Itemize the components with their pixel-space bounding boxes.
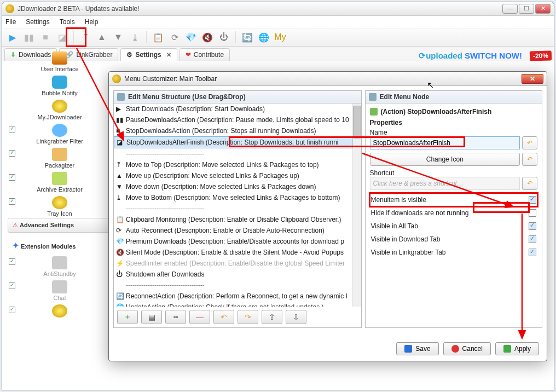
checkbox-icon[interactable]	[9, 126, 15, 132]
discount-badge: -20%	[530, 50, 552, 61]
toolbar-shutdown-icon[interactable]: ⏻	[217, 30, 231, 44]
check-label: Hide if downloads are not running	[371, 209, 469, 217]
structure-item[interactable]: ⤒Move to Top (Description: Move selected…	[114, 159, 352, 170]
scrollbar[interactable]	[352, 103, 361, 307]
dialog-close-button[interactable]: ✕	[522, 74, 543, 84]
tab-settings[interactable]: ⚙Settings✕	[120, 48, 177, 61]
save-button[interactable]: Save	[396, 342, 438, 355]
structure-item[interactable]: 🔄ReconnectAction (Description: Perform a…	[114, 291, 352, 302]
sidebar-item-extensions[interactable]: ✦ Extension Modules	[8, 237, 112, 254]
toolbar-reconnect-action-icon[interactable]: 🔄	[240, 30, 254, 44]
sidebar-item-advanced[interactable]: ⚠ Advanced Settings	[8, 218, 112, 233]
change-icon-button[interactable]: Change Icon	[370, 153, 520, 166]
sidebar-item-myjd[interactable]: My.JDownloader	[8, 97, 112, 122]
item-icon: ■	[116, 127, 124, 135]
add-separator-button[interactable]: ╍	[165, 310, 186, 324]
export-button[interactable]: ⇪	[262, 310, 282, 324]
sidebar-item-more[interactable]	[8, 302, 112, 320]
checkbox[interactable]	[529, 235, 536, 243]
structure-item[interactable]: ⏻Shutdown after Downloads	[114, 269, 352, 280]
reset-name-button[interactable]: ↶	[522, 136, 537, 149]
sidebar-item-ui[interactable]: User Interface	[8, 49, 112, 73]
promo-text[interactable]: ⟳uploaded SWITCH NOW!	[419, 51, 524, 61]
structure-item[interactable]: ◪StopDownloadsAfterFinish (Description: …	[114, 136, 352, 148]
sidebar-item-antistandby[interactable]: AntiStandby	[8, 254, 112, 278]
structure-item[interactable]: ▶Start Downloads (Description: Start Dow…	[114, 103, 352, 114]
structure-item[interactable]: 🌐UpdateAction (Description: Check if the…	[114, 302, 352, 307]
sidebar-item-packagizer[interactable]: Packagizer	[8, 146, 112, 170]
close-button[interactable]: ✕	[535, 4, 551, 14]
toolbar-silent-icon[interactable]: 🔇	[200, 30, 215, 44]
sidebar-item-chat[interactable]: Chat	[8, 278, 112, 302]
toolbar-stop-after-icon[interactable]: ◪	[55, 30, 69, 44]
toolbar-top-icon[interactable]: ⤒	[78, 30, 92, 44]
check-row: Visible in Download Tab	[370, 233, 537, 246]
toolbar-stop-icon[interactable]: ■	[38, 30, 53, 44]
cursor-icon: ↖	[427, 80, 434, 90]
toolbar-clipboard-icon[interactable]: 📋	[151, 30, 165, 44]
shortcut-input[interactable]: Click here & press a shortcut…	[370, 177, 520, 190]
dialog-icon	[112, 74, 121, 83]
checkbox-icon[interactable]	[9, 198, 15, 205]
checkbox[interactable]	[529, 249, 536, 256]
checkbox[interactable]	[529, 196, 536, 204]
structure-item[interactable]: ⚡Speedlimiter enabled (Description: Enab…	[114, 258, 352, 269]
apply-icon	[503, 345, 511, 353]
toolbar-my-icon[interactable]: My	[273, 30, 287, 44]
checkbox-icon[interactable]	[9, 283, 15, 289]
sidebar-item-tray[interactable]: Tray Icon	[8, 194, 112, 218]
structure-item[interactable]: ▮▮PauseDownloadsAction (Description: Pau…	[114, 114, 352, 125]
structure-item[interactable]: 🔇Silent Mode (Description: Enable & disa…	[114, 247, 352, 258]
add-submenu-button[interactable]: ▤	[141, 310, 162, 324]
structure-item[interactable]: ■StopDownloadsAction (Description: Stops…	[114, 125, 352, 136]
sidebar-item-archive[interactable]: Archive Extractor	[8, 170, 112, 194]
menu-help[interactable]: Help	[85, 18, 99, 26]
reset-shortcut-button[interactable]: ↶	[522, 177, 537, 190]
checkbox-icon[interactable]	[9, 174, 15, 181]
menu-structure-list[interactable]: ▶Start Downloads (Description: Start Dow…	[114, 103, 352, 307]
remove-button[interactable]: —	[189, 310, 210, 324]
menu-file[interactable]: File	[5, 18, 16, 26]
structure-item[interactable]: ▼Move down (Description: Move selected L…	[114, 181, 352, 192]
toolbar-up-icon[interactable]: ▲	[95, 30, 109, 44]
item-icon: 💎	[116, 238, 124, 245]
add-button[interactable]: ＋	[117, 310, 138, 324]
redo-button[interactable]: ↷	[238, 310, 258, 324]
menu-tools[interactable]: Tools	[60, 18, 75, 26]
tab-close-icon[interactable]: ✕	[166, 51, 171, 59]
structure-item[interactable]: ⤓Move to Bottom (Description: Move selec…	[114, 192, 352, 203]
toolbar-down-icon[interactable]: ▼	[111, 30, 125, 44]
structure-item[interactable]: 💎Premium Downloads (Description: Enable/…	[114, 236, 352, 247]
sidebar-item-linkgrabber-filter[interactable]: Linkgrabber Filter	[8, 122, 112, 146]
checkbox[interactable]	[529, 209, 536, 217]
undo-button[interactable]: ↶	[213, 310, 234, 324]
checkbox-icon[interactable]	[9, 307, 15, 313]
item-icon: ⏻	[116, 270, 124, 278]
minimize-button[interactable]: —	[502, 4, 518, 14]
name-input[interactable]	[370, 136, 520, 149]
maximize-button[interactable]: ☐	[519, 4, 534, 14]
tab-contribute[interactable]: ❤Contribute	[179, 48, 230, 61]
toolbar-bottom-icon[interactable]: ⤓	[128, 30, 142, 44]
checkbox[interactable]	[529, 222, 536, 230]
menu-settings[interactable]: Settings	[26, 18, 49, 26]
item-icon: 🔇	[116, 249, 124, 256]
reset-icon-button[interactable]: ↶	[522, 153, 537, 166]
toolbar-reconnect-icon[interactable]: ⟳	[167, 30, 182, 44]
toolbar-pause-icon[interactable]: ▮▮	[22, 30, 36, 44]
structure-item[interactable]: ▲Move up (Description: Move selected Lin…	[114, 170, 352, 181]
structure-item[interactable]: 📋Clipboard Monitoring (Description: Enab…	[114, 214, 352, 225]
checkbox-icon[interactable]	[9, 258, 15, 265]
import-button[interactable]: ⇩	[286, 310, 306, 324]
toolbar-play-icon[interactable]: ▶	[5, 30, 20, 44]
cancel-button[interactable]: Cancel	[443, 342, 491, 355]
check-label: Visible in Linkgrabber Tab	[371, 249, 446, 256]
item-icon: 📋	[116, 216, 124, 223]
checkbox-icon[interactable]	[9, 150, 15, 157]
structure-item[interactable]: ⟳Auto Reconnect (Description: Enable or …	[114, 225, 352, 236]
toolbar-update-icon[interactable]: 🌐	[257, 30, 271, 44]
apply-button[interactable]: Apply	[495, 342, 539, 355]
sidebar-item-bubble[interactable]: Bubble Notify	[8, 73, 112, 97]
window-title: JDownloader 2 BETA - Updates available!	[18, 5, 502, 13]
toolbar-premium-icon[interactable]: 💎	[184, 30, 198, 44]
